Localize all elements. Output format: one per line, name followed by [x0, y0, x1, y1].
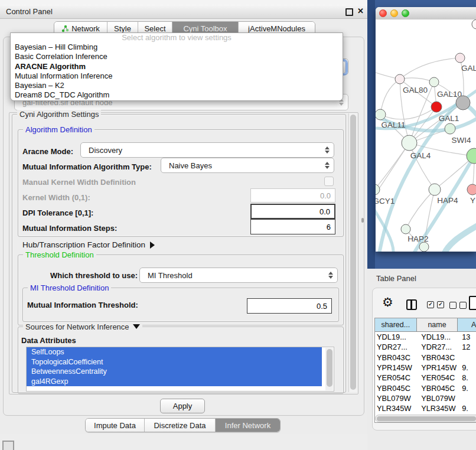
- table-row[interactable]: YBR043CYBR043C: [375, 353, 476, 363]
- table-cell: YLR345W: [416, 404, 458, 413]
- table-row[interactable]: YLR345WYLR345W9.: [375, 403, 476, 413]
- table-row[interactable]: YDR27...YDR27...12: [375, 342, 476, 352]
- mi-steps-value: 6: [327, 223, 331, 231]
- zoom-traffic-light[interactable]: [402, 9, 409, 17]
- which-threshold-combo[interactable]: MI Threshold: [139, 268, 338, 283]
- network-node-gal1[interactable]: [431, 102, 442, 112]
- column-header-shared[interactable]: shared...: [375, 318, 417, 332]
- network-node-gal[interactable]: [455, 53, 465, 63]
- sources-title[interactable]: Sources for Network Inference: [23, 322, 142, 331]
- network-node[interactable]: [419, 242, 429, 252]
- network-node-gcy1[interactable]: [376, 184, 380, 195]
- algorithm-option[interactable]: Bayesian – K2: [11, 81, 343, 90]
- column-header-name[interactable]: name: [417, 318, 458, 332]
- table-cell: 9.: [458, 404, 476, 413]
- attributes-scrollbar[interactable]: [325, 348, 333, 390]
- tab-impute-data-label: Impute Data: [94, 421, 136, 430]
- select-all-checkboxes-icon[interactable]: ✓ ✓: [427, 301, 444, 308]
- document-icon[interactable]: [469, 296, 476, 310]
- table-row[interactable]: YBL079WYBL079W: [375, 393, 476, 403]
- data-attribute-item[interactable]: gal4RGexp: [27, 377, 322, 387]
- tab-impute-data[interactable]: Impute Data: [86, 419, 145, 432]
- panel-splitter-handle[interactable]: [361, 218, 364, 223]
- tab-style-label: Style: [114, 24, 131, 33]
- data-attributes-label: Data Attributes: [21, 336, 76, 345]
- float-window-icon[interactable]: [345, 8, 353, 16]
- algorithm-option[interactable]: ARACNE Algorithm: [11, 62, 343, 71]
- algorithm-option[interactable]: Basic Correlation Inference: [11, 52, 343, 61]
- table-scrollbar-thumb[interactable]: [377, 416, 476, 421]
- aracne-mode-combo[interactable]: Discovery: [80, 142, 334, 158]
- column-header-third[interactable]: A: [458, 318, 476, 332]
- table-row[interactable]: YBR045CYBR045C9.: [375, 383, 476, 393]
- network-node-y[interactable]: [467, 184, 476, 195]
- unselect-all-checkboxes-icon[interactable]: [449, 302, 467, 309]
- settings-scrollbar-thumb[interactable]: [350, 115, 356, 390]
- data-attribute-item[interactable]: SelfLoops: [27, 347, 322, 357]
- table-row[interactable]: YPR145WYPR145W9.: [375, 363, 476, 373]
- network-node-swi4[interactable]: [445, 123, 455, 134]
- hub-expander-label: Hub/Transcription Factor Definition: [22, 240, 145, 249]
- mi-threshold-label: Mutual Information Threshold:: [27, 301, 138, 309]
- table-cell: YPR145W: [416, 363, 458, 372]
- minimize-traffic-light[interactable]: [390, 9, 398, 17]
- table-cell: YBL079W: [416, 394, 458, 403]
- tab-infer-network[interactable]: Infer Network: [216, 419, 280, 432]
- dpi-tolerance-field[interactable]: 0.0: [250, 204, 335, 219]
- tab-cyni-toolbox-label: Cyni Toolbox: [183, 24, 227, 33]
- data-attributes-list[interactable]: SelfLoopsTopologicalCoefficientBetweenne…: [26, 347, 334, 392]
- network-node-hap4[interactable]: [429, 184, 441, 195]
- tab-discretize-data[interactable]: Discretize Data: [145, 419, 216, 432]
- unchecked-box-icon: [459, 302, 467, 309]
- mi-threshold-field[interactable]: 0.5: [247, 298, 332, 314]
- network-node[interactable]: [456, 96, 470, 110]
- table-cell: YLR345W: [375, 404, 416, 413]
- network-view-window: GALGAL80GAL10GAL1GAL11SWI4GAL4GCY1HAP4YH…: [376, 7, 476, 252]
- node-label: HAP4: [437, 196, 458, 205]
- which-threshold-label: Which threshold to use:: [50, 271, 138, 280]
- hub-expander[interactable]: Hub/Transcription Factor Definition: [22, 240, 155, 249]
- dpi-tolerance-label: DPI Tolerance [0,1]:: [22, 208, 93, 217]
- stepper-arrows-icon: [328, 272, 333, 279]
- close-icon[interactable]: ✕: [357, 6, 364, 15]
- data-attribute-item[interactable]: TopologicalCoefficient: [27, 357, 322, 367]
- network-node-gal11[interactable]: [376, 109, 386, 120]
- table-cell: YBR043C: [416, 353, 458, 362]
- data-attribute-item[interactable]: BetweennessCentrality: [27, 367, 322, 377]
- network-canvas[interactable]: GALGAL80GAL10GAL1GAL11SWI4GAL4GCY1HAP4YH…: [376, 19, 476, 252]
- mi-steps-field[interactable]: 6: [250, 219, 335, 234]
- kernel-width-field[interactable]: 0.0: [250, 188, 335, 203]
- columns-icon[interactable]: [406, 299, 417, 310]
- network-node-gal4[interactable]: [402, 135, 417, 151]
- node-label: GAL4: [410, 151, 431, 160]
- algorithm-option[interactable]: Dream8 DC_TDC Algorithm: [11, 90, 343, 100]
- algorithm-dropdown-placeholder: Select algorithm to view settings: [11, 33, 343, 43]
- network-node-gal80[interactable]: [395, 74, 405, 84]
- mi-steps-label: Mutual Information Steps:: [22, 224, 117, 233]
- algorithm-option[interactable]: Mutual Information Inference: [11, 71, 343, 81]
- network-window-titlebar[interactable]: [376, 7, 476, 20]
- table-cell: YDR27...: [375, 343, 416, 351]
- network-node[interactable]: [472, 19, 476, 29]
- close-traffic-light[interactable]: [379, 9, 387, 17]
- table-row[interactable]: YER054CYER054C8.: [375, 373, 476, 383]
- algorithm-option[interactable]: Bayesian – Hill Climbing: [11, 43, 343, 52]
- table-cell: YPR145W: [375, 363, 416, 372]
- algorithm-dropdown-popup: Select algorithm to view settings Bayesi…: [10, 32, 343, 101]
- stepper-arrows-icon: [325, 162, 330, 169]
- algorithm-definition-title: Algorithm Definition: [23, 125, 94, 134]
- table-header-row: shared... name A: [375, 318, 476, 332]
- gear-icon[interactable]: ⚙: [382, 295, 393, 309]
- network-node-hap2[interactable]: [401, 224, 410, 234]
- apply-button[interactable]: Apply: [160, 399, 205, 413]
- manual-kernel-checkbox[interactable]: [324, 177, 334, 186]
- table-row[interactable]: YDL19...YDL19...13: [375, 332, 476, 342]
- network-node-gal10[interactable]: [429, 77, 439, 87]
- settings-scrollbar[interactable]: [348, 113, 357, 392]
- table-cell: YDL19...: [375, 332, 416, 341]
- collapsed-panel-icon[interactable]: [2, 441, 14, 450]
- mi-type-combo[interactable]: Naive Bayes: [161, 158, 334, 173]
- table-horizontal-scrollbar[interactable]: [375, 415, 476, 422]
- attributes-scrollbar-thumb[interactable]: [327, 349, 332, 387]
- cyni-settings-title: Cyni Algorithm Settings: [17, 110, 101, 119]
